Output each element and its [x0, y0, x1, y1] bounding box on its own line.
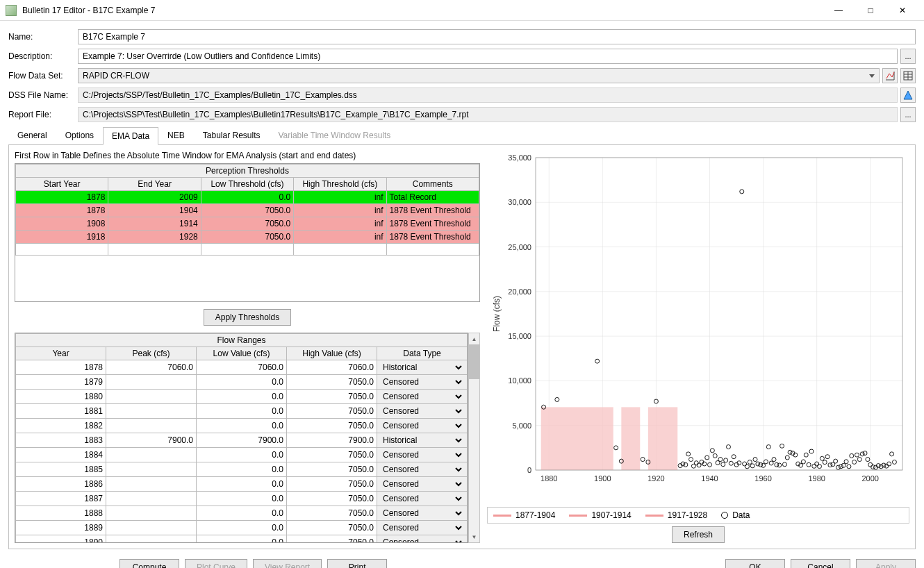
data-type-select[interactable]: Censored — [380, 464, 464, 475]
table-row[interactable]: 18890.07050.0Censored — [16, 521, 468, 535]
table-row[interactable]: 18860.07050.0Censored — [16, 477, 468, 492]
plot-legend: 1877-1904 1907-1914 1917-1928 Data — [487, 507, 909, 524]
table-row[interactable]: 187820090.0infTotal Record — [16, 191, 479, 204]
apply-button: Apply — [856, 559, 916, 568]
data-type-select[interactable]: Censored — [380, 522, 464, 533]
report-browse-button[interactable]: ... — [900, 107, 916, 122]
svg-text:1940: 1940 — [701, 474, 718, 483]
table-row[interactable]: 18790.07050.0Censored — [16, 375, 468, 390]
print-button[interactable]: Print — [327, 559, 387, 568]
cancel-button[interactable]: Cancel — [791, 559, 850, 568]
tab-neb[interactable]: NEB — [158, 126, 194, 144]
data-type-select[interactable]: Censored — [380, 391, 464, 402]
table-row[interactable] — [16, 244, 479, 256]
data-type-select[interactable]: Censored — [380, 478, 464, 490]
svg-point-116 — [860, 452, 864, 456]
svg-text:1960: 1960 — [754, 474, 771, 483]
data-type-select[interactable]: Censored — [380, 420, 464, 431]
svg-point-118 — [866, 458, 870, 462]
plot-icon[interactable] — [882, 68, 898, 83]
legend-1917-1928: 1917-1928 — [668, 510, 707, 520]
tab-general[interactable]: General — [8, 126, 56, 144]
data-type-select[interactable]: Censored — [380, 493, 464, 504]
svg-point-61 — [713, 453, 717, 458]
flow-header: Year — [16, 347, 106, 360]
table-row[interactable]: 18900.07050.0Censored — [16, 535, 468, 544]
svg-point-100 — [818, 465, 822, 469]
data-type-select[interactable]: Censored — [380, 406, 464, 417]
table-row[interactable]: 18840.07050.0Censored — [16, 448, 468, 462]
svg-text:20,000: 20,000 — [508, 287, 531, 296]
apply-thresholds-button[interactable]: Apply Thresholds — [204, 309, 292, 326]
svg-point-74 — [748, 460, 752, 464]
table-row[interactable]: 18800.07050.0Censored — [16, 390, 468, 404]
perception-table[interactable]: Start YearEnd YearLow Threshold (cfs)Hig… — [15, 177, 479, 256]
tab-options[interactable]: Options — [56, 126, 103, 144]
svg-point-113 — [852, 460, 857, 464]
instruction-text: First Row in Table Defines the Absolute … — [15, 151, 480, 160]
svg-point-95 — [804, 453, 808, 457]
svg-point-82 — [769, 461, 773, 465]
data-type-select[interactable]: Historical — [380, 435, 464, 446]
plot-curve-button: Plot Curve — [185, 559, 247, 568]
data-type-select[interactable]: Historical — [380, 362, 464, 373]
report-file-field: C:\Projects\SSP\Test\Bulletin_17C_Exampl… — [78, 107, 898, 122]
data-type-select[interactable]: Censored — [380, 376, 464, 387]
svg-point-64 — [721, 462, 725, 467]
svg-point-58 — [705, 456, 709, 460]
chevron-down-icon — [869, 74, 875, 78]
table-row[interactable]: 187819047050.0inf1878 Event Threshold — [16, 204, 479, 217]
flow-dataset-combo[interactable]: RAPID CR-FLOW — [78, 68, 880, 83]
svg-point-127 — [890, 452, 894, 456]
close-button[interactable]: ✕ — [886, 3, 918, 18]
description-browse-button[interactable]: ... — [900, 49, 916, 64]
svg-point-80 — [764, 460, 768, 464]
name-input[interactable] — [78, 29, 916, 44]
perception-header: Start Year — [16, 178, 108, 191]
table-row[interactable]: 18870.07050.0Censored — [16, 492, 468, 506]
description-input[interactable] — [78, 49, 898, 64]
svg-point-106 — [834, 459, 838, 463]
tab-tabular-results[interactable]: Tabular Results — [194, 126, 270, 144]
svg-point-63 — [718, 458, 723, 462]
flow-ranges-table[interactable]: YearPeak (cfs)Low Value (cfs)High Value … — [15, 346, 468, 543]
table-icon[interactable] — [900, 68, 916, 83]
svg-point-111 — [847, 465, 851, 469]
maximize-button[interactable]: □ — [855, 3, 886, 18]
svg-point-101 — [820, 456, 824, 460]
svg-text:2000: 2000 — [862, 474, 879, 483]
table-row[interactable]: 18850.07050.0Censored — [16, 462, 468, 477]
scroll-thumb[interactable] — [469, 344, 479, 379]
compute-button[interactable]: Compute — [119, 559, 179, 568]
svg-text:25,000: 25,000 — [508, 243, 531, 251]
scroll-up-icon[interactable]: ▲ — [469, 333, 479, 344]
svg-point-109 — [841, 463, 845, 467]
ok-button[interactable]: OK — [725, 559, 785, 568]
svg-point-71 — [740, 190, 744, 194]
report-file-label: Report File: — [8, 110, 78, 119]
data-type-select[interactable]: Censored — [380, 508, 464, 519]
data-type-select[interactable]: Censored — [380, 537, 464, 543]
svg-point-117 — [863, 451, 867, 456]
tab-ema-data[interactable]: EMA Data — [103, 127, 158, 145]
table-row[interactable]: 18820.07050.0Censored — [16, 419, 468, 433]
svg-point-108 — [839, 465, 843, 469]
svg-point-125 — [884, 464, 889, 468]
table-row[interactable]: 191819287050.0inf1878 Event Threshold — [16, 231, 479, 244]
svg-point-67 — [729, 461, 733, 465]
svg-point-114 — [855, 453, 859, 457]
window-title: Bulletin 17 Editor - B17C Example 7 — [22, 6, 823, 15]
table-row[interactable]: 18810.07050.0Censored — [16, 404, 468, 419]
flow-plot: 05,00010,00015,00020,00025,00030,00035,0… — [487, 151, 909, 504]
table-row[interactable]: 18837900.07900.07900.0Historical — [16, 433, 468, 448]
table-row[interactable]: 18880.07050.0Censored — [16, 506, 468, 521]
svg-text:15,000: 15,000 — [508, 332, 531, 340]
table-row[interactable]: 18787060.07060.07060.0Historical — [16, 360, 468, 375]
minimize-button[interactable]: — — [823, 3, 855, 18]
scroll-down-icon[interactable]: ▼ — [469, 531, 479, 542]
prism-icon[interactable] — [900, 87, 916, 103]
table-row[interactable]: 190819147050.0inf1878 Event Threshold — [16, 217, 479, 231]
refresh-button[interactable]: Refresh — [672, 526, 725, 543]
data-type-select[interactable]: Censored — [380, 449, 464, 460]
flow-scrollbar[interactable]: ▲ ▼ — [468, 333, 480, 543]
